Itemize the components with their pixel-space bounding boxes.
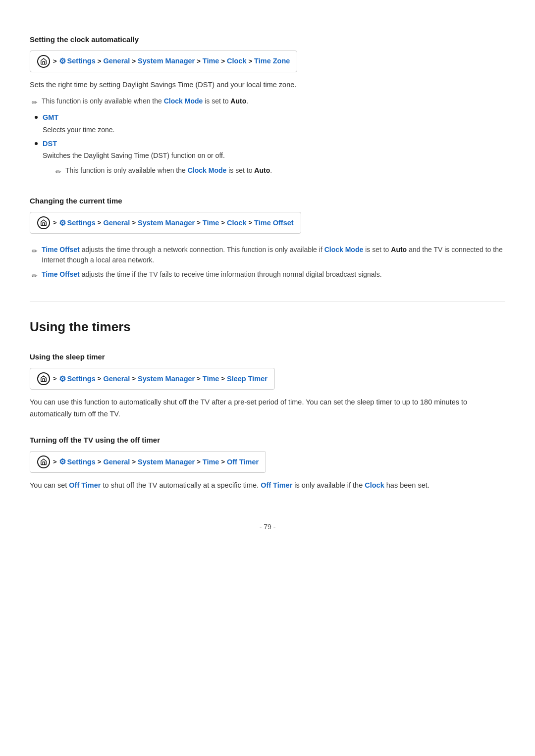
major-heading-timers: Using the timers [30,302,505,338]
gear-icon: ⚙ [59,55,66,68]
nav-time-3: Time [203,373,219,385]
bullet-dot-dst [35,142,38,145]
nav-general-2: General [103,217,130,229]
page-footer: - 79 - [30,521,505,532]
dst-title: DST [43,138,505,150]
dst-note-row: ✏ This function is only available when t… [54,165,505,177]
section1-note1: ✏ This function is only available when t… [30,96,505,108]
bullet-content-dst: DST Switches the Daylight Saving Time (D… [43,138,505,181]
sep6: > [249,56,253,67]
gmt-title: GMT [43,112,505,123]
section-using-timers: Using the timers Using the sleep timer >… [30,302,505,492]
sep2: > [98,56,102,67]
sleep-timer-heading: Using the sleep timer [30,351,505,363]
sep18: > [53,457,57,467]
bullet-dot-gmt [35,116,38,119]
breadcrumb-offtimer: > ⚙ Settings > General > System Manager … [30,451,266,473]
sep11: > [221,218,225,228]
section2-heading: Changing the current time [30,195,505,207]
sep15: > [132,374,136,384]
gear-icon-4: ⚙ [59,455,66,468]
nav-sleep-timer: Sleep Timer [227,373,268,385]
dst-subnote: ✏ This function is only available when t… [54,165,505,177]
pencil-icon-2a: ✏ [32,246,38,256]
section2-note2: ✏ Time Offset adjusts the time if the TV… [30,269,505,281]
home-icon-2 [37,216,50,229]
subsection-sleep-timer: Using the sleep timer > ⚙ Settings > Gen… [30,351,505,420]
sep8: > [98,218,102,228]
nav-clock-2: Clock [227,217,247,229]
section1-heading: Setting the clock automatically [30,34,505,46]
subsection-off-timer: Turning off the TV using the off timer >… [30,434,505,492]
nav-system-manager-2: System Manager [138,217,195,229]
gmt-desc: Selects your time zone. [43,125,505,136]
sep14: > [98,374,102,384]
sep12: > [249,218,253,228]
sep4: > [197,56,201,67]
nav-off-timer: Off Timer [227,456,259,468]
section1-bullet-list: GMT Selects your time zone. DST Switches… [30,112,505,181]
sep5: > [221,56,225,67]
nav-general-3: General [103,373,130,385]
section1-body: Sets the right time by setting Daylight … [30,79,505,91]
section2-note2-text: Time Offset adjusts the time if the TV f… [42,269,382,280]
sep3: > [132,56,136,67]
nav-clock: Clock [227,55,247,67]
home-icon [37,55,50,68]
sep13: > [53,374,57,384]
nav-settings: ⚙ Settings [59,55,96,68]
nav-time-2: Time [203,217,219,229]
sep20: > [132,457,136,467]
nav-time-4: Time [203,456,219,468]
nav-system-manager: System Manager [138,55,195,67]
sep7: > [53,218,57,228]
list-item-dst: DST Switches the Daylight Saving Time (D… [35,138,505,181]
home-icon-4 [37,455,50,468]
nav-system-manager-3: System Manager [138,373,195,385]
breadcrumb-timeoffset: > ⚙ Settings > General > System Manager … [30,212,301,234]
off-timer-heading: Turning off the TV using the off timer [30,434,505,446]
section-setting-clock: Setting the clock automatically > ⚙ Sett… [30,34,505,181]
section-changing-time: Changing the current time > ⚙ Settings >… [30,195,505,281]
sleep-timer-body: You can use this function to automatical… [30,397,505,420]
sep21: > [197,457,201,467]
off-timer-body: You can set Off Timer to shut off the TV… [30,480,505,492]
sep9: > [132,218,136,228]
nav-system-manager-4: System Manager [138,456,195,468]
nav-general: General [103,55,130,67]
sep10: > [197,218,201,228]
gear-icon-2: ⚙ [59,217,66,230]
list-item-gmt: GMT Selects your time zone. [35,112,505,135]
nav-general-4: General [103,456,130,468]
pencil-icon-2b: ✏ [32,270,38,281]
dst-desc: Switches the Daylight Saving Time (DST) … [43,151,505,161]
nav-timezone: Time Zone [254,55,290,67]
breadcrumb-timezone: > ⚙ Settings > General > System Manager … [30,50,297,72]
bullet-content-gmt: GMT Selects your time zone. [43,112,505,135]
dst-note-text: This function is only available when the… [65,165,272,176]
home-icon-3 [37,372,50,385]
nav-settings-3: ⚙ Settings [59,373,96,386]
sep19: > [98,457,102,467]
section2-note1-text: Time Offset adjusts the time through a n… [42,245,505,265]
sep16: > [197,374,201,384]
pencil-icon-1: ✏ [32,97,38,108]
nav-time: Time [203,55,219,67]
page-number: - 79 - [260,523,276,531]
nav-settings-4: ⚙ Settings [59,455,96,468]
sep22: > [221,457,225,467]
nav-settings-2: ⚙ Settings [59,217,96,230]
sep17: > [221,374,225,384]
nav-timeoffset: Time Offset [254,217,294,229]
sep1: > [53,56,57,67]
gear-icon-3: ⚙ [59,373,66,386]
breadcrumb-sleeptimer: > ⚙ Settings > General > System Manager … [30,368,275,390]
section1-note1-text: This function is only available when the… [42,96,248,106]
section2-note1: ✏ Time Offset adjusts the time through a… [30,245,505,265]
pencil-icon-dst: ✏ [55,166,61,177]
